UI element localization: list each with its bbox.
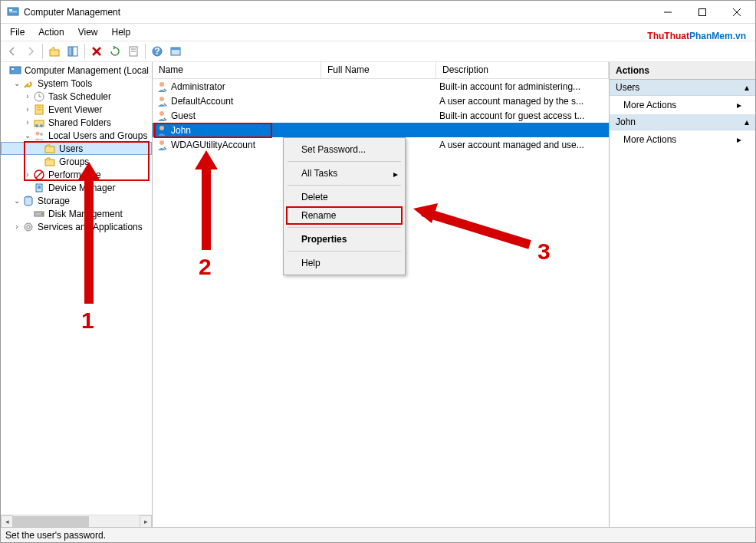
tree-shared-folders[interactable]: › Shared Folders (1, 116, 152, 129)
tree-label: System Tools (38, 78, 92, 89)
scroll-left-button[interactable]: ◂ (1, 515, 13, 527)
watermark: ThuThuatPhanMem.vn (647, 25, 746, 43)
submenu-arrow-icon: ▸ (737, 100, 741, 110)
list-item-selected[interactable]: John (153, 123, 609, 137)
tree-services-apps[interactable]: › Services and Applications (1, 220, 152, 233)
menu-help[interactable]: Help (106, 25, 137, 39)
tree-root[interactable]: Computer Management (Local (1, 64, 152, 77)
user-icon (156, 95, 168, 107)
refresh-button[interactable] (107, 43, 123, 60)
tree-label: Shared Folders (48, 117, 111, 128)
svg-point-45 (159, 111, 164, 116)
tree-task-scheduler[interactable]: › Task Scheduler (1, 90, 152, 103)
svg-rect-2 (9, 12, 17, 12)
menu-separator (288, 185, 401, 186)
user-desc: A user account managed by the s... (436, 96, 609, 107)
svg-rect-4 (698, 8, 705, 15)
context-properties[interactable]: Properties (286, 230, 403, 248)
context-delete[interactable]: Delete (286, 188, 403, 206)
user-icon (156, 124, 168, 137)
context-help[interactable]: Help (286, 254, 403, 272)
help-button[interactable]: ? (149, 43, 166, 60)
maximize-button[interactable] (685, 2, 719, 23)
list-item[interactable]: DefaultAccount A user account managed by… (153, 94, 609, 108)
tree-users[interactable]: Users (1, 142, 152, 155)
user-name: John (171, 125, 191, 136)
tree-label: Storage (38, 196, 70, 206)
tree-local-users-groups[interactable]: ⌄ Local Users and Groups (1, 129, 152, 142)
actions-header: Actions (610, 62, 755, 80)
expander-icon[interactable]: › (12, 222, 22, 231)
column-name[interactable]: Name (153, 62, 321, 78)
menu-separator (288, 161, 401, 162)
up-button[interactable] (46, 43, 63, 60)
svg-point-29 (40, 124, 43, 127)
tree-disk-management[interactable]: Disk Management (1, 207, 152, 220)
computer-mgmt-icon (9, 64, 21, 77)
export-button[interactable] (125, 43, 142, 60)
expander-icon[interactable]: ⌄ (12, 79, 22, 87)
menu-action[interactable]: Action (32, 25, 70, 39)
actions-more-john[interactable]: More Actions ▸ (610, 130, 755, 149)
actions-section-john[interactable]: John ▴ (610, 114, 755, 130)
list-panel: Name Full Name Description Administrator… (153, 62, 610, 527)
scroll-right-button[interactable]: ▸ (140, 515, 152, 527)
tree-label: Local Users and Groups (48, 130, 147, 141)
tree-performance[interactable]: › Performance (1, 168, 152, 181)
svg-point-44 (159, 97, 164, 101)
close-button[interactable] (719, 2, 754, 23)
user-name: Administrator (171, 81, 225, 92)
user-desc: Built-in account for administering... (436, 81, 609, 92)
tree-storage[interactable]: ⌄ Storage (1, 194, 152, 207)
tree-groups[interactable]: Groups (1, 155, 152, 168)
svg-point-30 (36, 131, 40, 135)
expander-icon[interactable]: › (22, 92, 33, 100)
expander-icon[interactable]: › (22, 105, 33, 114)
svg-point-46 (159, 126, 164, 130)
annotation-2: 2 (199, 254, 212, 280)
shared-folder-icon (33, 117, 45, 129)
forward-button[interactable] (22, 43, 39, 60)
expander-icon[interactable]: › (22, 118, 33, 127)
tree-event-viewer[interactable]: › Event Viewer (1, 103, 152, 116)
properties-button[interactable] (167, 43, 184, 60)
disk-icon (33, 208, 45, 220)
context-rename[interactable]: Rename (286, 206, 403, 225)
services-icon (22, 221, 35, 233)
tree-scrollbar[interactable]: ◂ ▸ (1, 515, 152, 527)
expander-icon[interactable]: › (22, 170, 33, 179)
svg-point-43 (159, 82, 164, 87)
svg-rect-8 (68, 47, 72, 56)
collapse-icon: ▴ (744, 82, 749, 93)
context-menu: Set Password... All Tasks▸ Delete Rename… (283, 137, 406, 275)
user-name: WDAGUtilityAccount (171, 140, 255, 150)
no-icon (33, 169, 45, 181)
status-bar: Set the user's password. (1, 527, 755, 543)
delete-button[interactable] (88, 43, 105, 60)
actions-section-users[interactable]: Users ▴ (610, 80, 755, 96)
tree-device-manager[interactable]: Device Manager (1, 181, 152, 194)
svg-rect-20 (12, 68, 14, 70)
menu-file[interactable]: File (4, 25, 31, 39)
actions-more-users[interactable]: More Actions ▸ (610, 96, 755, 114)
user-icon (156, 81, 168, 93)
user-icon (156, 110, 168, 122)
column-fullname[interactable]: Full Name (321, 62, 436, 78)
list-item[interactable]: Guest Built-in account for guest access … (153, 108, 609, 123)
storage-icon (22, 195, 35, 207)
minimize-button[interactable] (650, 2, 685, 23)
menu-view[interactable]: View (72, 25, 104, 39)
show-hide-button[interactable] (64, 43, 81, 60)
users-groups-icon (33, 130, 45, 142)
svg-point-47 (159, 140, 164, 145)
tree-system-tools[interactable]: ⌄ System Tools (1, 77, 152, 90)
expander-icon[interactable]: ⌄ (12, 196, 22, 205)
back-button[interactable] (4, 43, 21, 60)
svg-rect-7 (50, 50, 59, 56)
context-all-tasks[interactable]: All Tasks▸ (286, 164, 403, 183)
context-set-password[interactable]: Set Password... (286, 140, 403, 159)
expander-icon[interactable]: ⌄ (22, 131, 33, 140)
column-description[interactable]: Description (436, 62, 609, 78)
tree-panel: Computer Management (Local ⌄ System Tool… (1, 62, 153, 527)
list-item[interactable]: Administrator Built-in account for admin… (153, 79, 609, 94)
